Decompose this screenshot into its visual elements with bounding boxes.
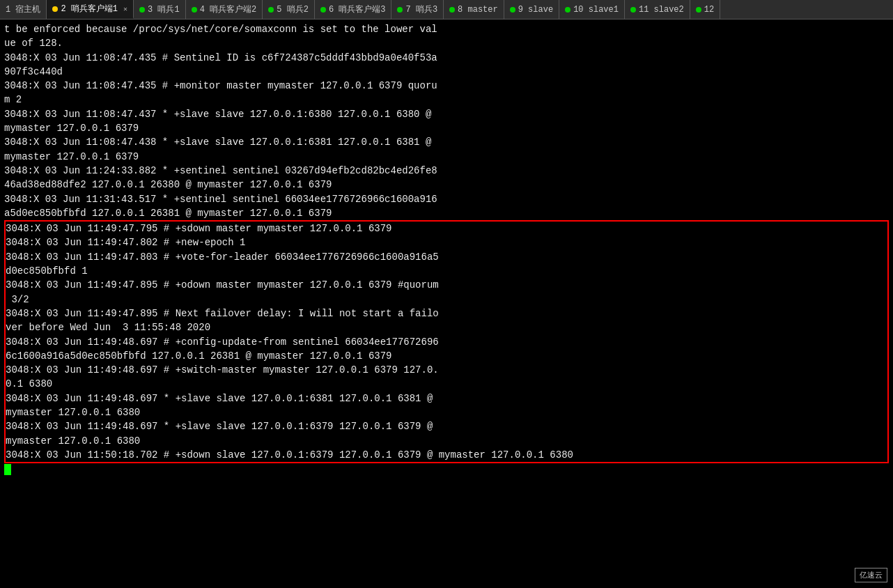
tab-dot-9 [510, 7, 515, 13]
watermark: 亿速云 [855, 568, 887, 582]
tab-7[interactable]: 7 哨兵3 [391, 0, 444, 19]
tab-dot-11 [630, 7, 636, 13]
tab-11[interactable]: 11 slave2 [625, 0, 690, 19]
tab-label-12: 12 [704, 5, 714, 15]
tab-label-5: 5 哨兵2 [277, 3, 309, 15]
tab-8[interactable]: 8 master [444, 0, 504, 19]
tab-12[interactable]: 12 [690, 0, 720, 19]
tab-dot-7 [397, 7, 403, 13]
tab-5[interactable]: 5 哨兵2 [263, 0, 315, 19]
tab-3[interactable]: 3 哨兵1 [134, 0, 186, 19]
tab-6[interactable]: 6 哨兵客户端3 [315, 0, 392, 19]
tab-dot-6 [320, 7, 326, 13]
tab-dot-5 [268, 7, 274, 13]
tab-label-1: 1 宿主机 [6, 3, 40, 15]
tab-label-7: 7 哨兵3 [405, 3, 437, 15]
tab-label-4: 4 哨兵客户端2 [200, 3, 257, 15]
tab-label-11: 11 slave2 [639, 5, 684, 15]
terminal-highlighted: 3048:X 03 Jun 11:49:47.795 # +sdown mast… [4, 220, 889, 463]
terminal-cursor [4, 464, 11, 475]
tab-label-6: 6 哨兵客户端3 [329, 3, 386, 15]
tab-dot-3 [139, 7, 145, 13]
tab-bar: 1 宿主机2 哨兵客户端1✕3 哨兵14 哨兵客户端25 哨兵26 哨兵客户端3… [0, 0, 893, 20]
tab-close-2[interactable]: ✕ [123, 5, 127, 13]
tab-label-2: 2 哨兵客户端1 [61, 3, 118, 15]
tab-9[interactable]: 9 slave [504, 0, 559, 19]
tab-dot-10 [565, 7, 570, 13]
tab-dot-2 [52, 6, 58, 12]
tab-1[interactable]: 1 宿主机 [0, 0, 47, 19]
tab-label-8: 8 master [458, 5, 498, 15]
terminal-pre-highlight: t be enforced because /proc/sys/net/core… [4, 22, 889, 220]
tab-label-10: 10 slave1 [573, 5, 619, 15]
terminal-window: t be enforced because /proc/sys/net/core… [0, 20, 893, 588]
tab-dot-4 [192, 7, 197, 13]
tab-dot-8 [449, 7, 455, 13]
tab-dot-12 [696, 7, 701, 13]
tab-label-3: 3 哨兵1 [148, 3, 180, 15]
tab-4[interactable]: 4 哨兵客户端2 [186, 0, 263, 19]
tab-10[interactable]: 10 slave1 [559, 0, 625, 19]
tab-2[interactable]: 2 哨兵客户端1✕ [47, 0, 134, 19]
tab-label-9: 9 slave [518, 5, 553, 15]
